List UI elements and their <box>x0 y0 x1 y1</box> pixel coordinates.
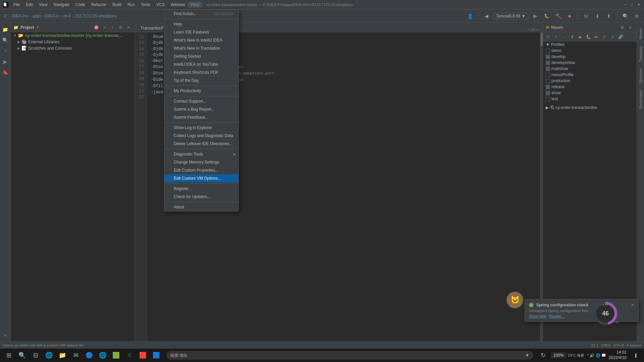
maximize-button[interactable]: □ <box>629 2 635 7</box>
menu-check-updates[interactable]: Check for Updates... <box>164 193 238 201</box>
menu-productivity[interactable]: My Productivity <box>164 87 238 95</box>
profile-release-checkbox[interactable]: ✓ <box>546 85 550 89</box>
profile-develop-checkbox[interactable]: ✓ <box>546 55 550 59</box>
profile-show[interactable]: ✓ show <box>543 90 637 96</box>
menu-feedback[interactable]: Submit Feedback... <box>164 113 238 121</box>
breadcrumb-ideapro[interactable]: IDEA Pro <box>12 14 28 18</box>
profile-demo[interactable]: demo <box>543 48 637 54</box>
maven-close[interactable]: ✕ <box>627 24 634 31</box>
panel-locate[interactable]: 🎯 <box>93 24 100 31</box>
minimize-button[interactable]: ─ <box>623 2 628 7</box>
side-tab-maven[interactable]: Maven <box>638 25 644 42</box>
menu-show-log[interactable]: Show Log in Explorer <box>164 124 238 132</box>
menu-edit[interactable]: Edit <box>23 2 36 8</box>
run-config-selector[interactable]: Tomcat8.8.66 ▼ <box>493 13 529 19</box>
project-title-dropdown[interactable]: ▼ <box>36 25 40 29</box>
maven-download[interactable]: ⬇ <box>569 33 576 41</box>
profile-mallshow-checkbox[interactable]: ✓ <box>546 67 550 71</box>
profile-nexus[interactable]: nexusProfile <box>543 72 637 78</box>
menu-code[interactable]: Code <box>73 2 88 8</box>
profile-developshow-checkbox[interactable]: ✓ <box>546 61 550 65</box>
menu-navigate[interactable]: Navigate <box>51 2 72 8</box>
taskbar-app1[interactable]: 🟩 <box>110 349 122 361</box>
menu-help-item[interactable]: Help <box>164 20 238 28</box>
git-update[interactable]: ⬇ <box>593 11 602 21</box>
taskbar-address-bar[interactable]: 链接 地址 ▼ <box>166 351 533 360</box>
sidebar-run-icon[interactable]: ▶ <box>1 58 9 66</box>
menu-tools[interactable]: Tools <box>138 2 153 8</box>
menu-help[interactable]: Help <box>188 2 202 8</box>
sidebar-git-icon[interactable]: ⑂ <box>1 47 9 55</box>
spring-notif-disable[interactable]: Disable... <box>549 314 564 318</box>
stop-button[interactable]: ■ <box>565 11 574 21</box>
statusbar-enc[interactable]: UTF-8 <box>613 343 624 347</box>
taskbar-search[interactable]: 🔍 <box>16 349 28 361</box>
project-root-item[interactable]: ▼ 📂 ny-order-transactionfee-master [ny-o… <box>11 32 135 39</box>
breadcrumb-ch0[interactable]: ch-0 <box>63 14 70 18</box>
profile-test[interactable]: test <box>543 96 637 102</box>
sidebar-bookmark-icon[interactable]: 🔖 <box>1 68 9 76</box>
panel-collapse[interactable]: ≡ <box>101 24 108 31</box>
build-button[interactable]: 🔨 <box>553 11 563 21</box>
menu-delete-leftover[interactable]: Delete Leftover IDE Directories... <box>164 140 238 148</box>
maven-skip[interactable]: ⏭ <box>593 33 600 41</box>
search-button[interactable]: 🔍 <box>621 11 630 21</box>
maven-run[interactable]: ▶ <box>577 33 584 41</box>
menu-bug-report[interactable]: Submit a Bug Report... <box>164 105 238 113</box>
git-push[interactable]: ⬆ <box>604 11 613 21</box>
external-libraries-item[interactable]: ▶ 📚 External Libraries <box>11 39 135 45</box>
breadcrumb-e[interactable]: E: <box>4 14 8 18</box>
menu-whats-new[interactable]: What's New in IntelliJ IDEA <box>164 36 238 44</box>
spring-notif-close[interactable]: ✕ <box>631 303 634 307</box>
taskbar-chrome[interactable]: 🌐 <box>97 349 109 361</box>
breadcrumb-apps[interactable]: apps <box>33 14 41 18</box>
maven-debug[interactable]: 🐛 <box>585 33 592 41</box>
settings-button[interactable]: ⚙ <box>632 11 641 21</box>
menu-getting-started[interactable]: Getting Started <box>164 52 238 60</box>
profile-button[interactable]: 👤 <box>465 11 475 21</box>
breadcrumb-ideau[interactable]: IDEA-U <box>45 14 59 18</box>
panel-settings[interactable]: ⚙ <box>117 24 124 31</box>
menu-youtube[interactable]: IntelliJ IDEA on YouTube <box>164 60 238 68</box>
statusbar-indent[interactable]: 4 spaces <box>627 343 641 347</box>
menu-window[interactable]: Window <box>168 2 188 8</box>
profile-demo-checkbox[interactable] <box>546 49 550 53</box>
breadcrumb-file[interactable]: 213.7172.25.vmoptions <box>75 14 117 18</box>
profile-production-checkbox[interactable] <box>546 79 550 83</box>
taskbar-app3[interactable]: 🟦 <box>150 349 162 361</box>
run-button[interactable]: ▶ <box>531 11 540 21</box>
maven-collapse[interactable]: ≡ <box>609 33 616 41</box>
scratches-item[interactable]: ▶ 📝 Scratches and Consoles <box>11 45 135 51</box>
taskbar-explorer[interactable]: 📁 <box>56 349 68 361</box>
menu-run[interactable]: Run <box>125 2 138 8</box>
back-button[interactable]: ◀ <box>482 11 491 21</box>
statusbar-pos[interactable]: 22:1 <box>591 343 598 347</box>
menu-learn-ide[interactable]: Learn IDE Features <box>164 28 238 36</box>
menu-edit-custom-props[interactable]: Edit Custom Properties... <box>164 166 238 174</box>
menu-diagnostic-tools[interactable]: Diagnostic Tools <box>164 150 238 158</box>
menu-shortcuts[interactable]: Keyboard Shortcuts PDF <box>164 68 238 76</box>
maven-remove[interactable]: − <box>560 33 568 41</box>
expand-btn[interactable]: ⋯ <box>536 27 540 32</box>
profile-show-checkbox[interactable]: ✓ <box>546 91 550 95</box>
side-tab-structure[interactable]: Structure <box>638 66 644 86</box>
taskbar-app2[interactable]: 🟥 <box>137 349 149 361</box>
profile-production[interactable]: production <box>543 78 637 84</box>
menu-register[interactable]: Register... <box>164 185 238 193</box>
maven-thread[interactable]: # <box>601 33 608 41</box>
menu-vcs[interactable]: VCS <box>154 2 167 8</box>
panel-close[interactable]: ✕ <box>125 24 132 31</box>
menu-whats-new-translation[interactable]: What's New in Translation <box>164 44 238 52</box>
taskbar-edge[interactable]: 🌐 <box>43 349 55 361</box>
taskbar-taskview[interactable]: ⊟ <box>30 349 42 361</box>
taskbar-excel[interactable]: X <box>123 349 136 361</box>
maven-refresh[interactable]: ↻ <box>544 33 552 41</box>
maven-icon[interactable]: M <box>581 11 591 21</box>
menu-refactor[interactable]: Refactor <box>89 2 109 8</box>
taskbar-ie[interactable]: 🔵 <box>83 349 95 361</box>
sidebar-structure-icon[interactable]: ≡ <box>1 331 9 339</box>
panel-sort[interactable]: ↕ <box>109 24 116 31</box>
dependency-item[interactable]: ▶ 🏗 ny-order-transactionfee <box>543 105 637 111</box>
spring-notif-show-help[interactable]: Show help <box>529 314 546 318</box>
show-desktop[interactable]: ▐ <box>629 349 641 361</box>
